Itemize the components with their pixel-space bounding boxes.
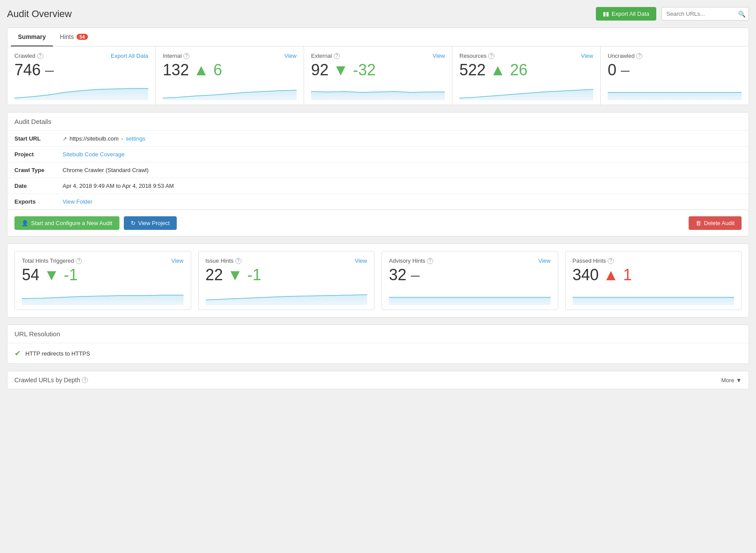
check-circle-icon: ✔ xyxy=(14,349,21,358)
url-resolution-item: ✔ HTTP redirects to HTTPS xyxy=(7,343,749,363)
tab-summary[interactable]: Summary xyxy=(11,28,53,46)
resources-delta: ▲ 26 xyxy=(490,61,528,79)
uncrawled-delta: – xyxy=(621,61,630,79)
date-row: Date Apr 4, 2018 9:49 AM to Apr 4, 2018 … xyxy=(7,178,749,194)
hints-stats-card: Total Hints Triggered ? View 54 ▼ -1 xyxy=(7,243,749,317)
tab-bar: Summary Hints 54 xyxy=(7,28,749,46)
url-resolution-card: URL Resolution ✔ HTTP redirects to HTTPS xyxy=(7,324,749,364)
hints-stats-row: Total Hints Triggered ? View 54 ▼ -1 xyxy=(7,244,749,317)
internal-view-link[interactable]: View xyxy=(284,53,297,59)
exports-row: Exports View Folder xyxy=(7,194,749,210)
chevron-down-icon: ▼ xyxy=(736,377,742,384)
export-icon: ▮▮ xyxy=(603,11,609,17)
delete-icon: 🗑 xyxy=(696,220,701,226)
stat-passed-hints: Passed Hints ? 340 ▲ 1 xyxy=(565,251,742,310)
header-actions: ▮▮ Export All Data 🔍 xyxy=(596,7,749,21)
passed-hints-delta: ▲ 1 xyxy=(603,266,632,284)
issue-hints-help-icon[interactable]: ? xyxy=(235,258,242,264)
crawled-by-depth-section: Crawled URLs by Depth ? More ▼ xyxy=(7,371,749,389)
total-hints-delta: ▼ -1 xyxy=(44,266,78,284)
advisory-hints-chart xyxy=(389,288,551,305)
advisory-hints-view-link[interactable]: View xyxy=(539,257,551,264)
external-help-icon[interactable]: ? xyxy=(334,53,340,59)
crawled-chart xyxy=(14,83,148,100)
total-hints-chart xyxy=(22,288,184,305)
start-url-row: Start URL ↗ https://sitebulb.com - setti… xyxy=(7,131,749,147)
internal-help-icon[interactable]: ? xyxy=(183,53,189,59)
stat-crawled: Crawled ? Export All Data 746 – xyxy=(7,46,156,105)
svg-marker-3 xyxy=(459,89,593,100)
view-folder-link[interactable]: View Folder xyxy=(63,198,92,205)
advisory-hints-help-icon[interactable]: ? xyxy=(427,258,433,264)
new-audit-icon: 👤 xyxy=(21,220,28,226)
issue-hints-delta: ▼ -1 xyxy=(228,266,262,284)
total-hints-view-link[interactable]: View xyxy=(172,257,184,264)
svg-marker-2 xyxy=(311,92,445,100)
external-chart xyxy=(311,83,445,100)
stats-row: Crawled ? Export All Data 746 – xyxy=(7,46,749,105)
stat-external: External ? View 92 ▼ -32 xyxy=(304,46,452,105)
page-title: Audit Overview xyxy=(7,8,72,20)
export-all-data-button[interactable]: ▮▮ Export All Data xyxy=(596,7,656,21)
search-input[interactable] xyxy=(662,7,749,21)
external-link-icon: ↗ xyxy=(63,136,67,142)
main-card: Summary Hints 54 Crawled ? Export All Da… xyxy=(7,28,749,105)
audit-details-title: Audit Details xyxy=(7,113,749,131)
url-resolution-title: URL Resolution xyxy=(7,325,749,343)
uncrawled-help-icon[interactable]: ? xyxy=(636,53,642,59)
svg-marker-5 xyxy=(22,295,184,305)
tab-hints[interactable]: Hints 54 xyxy=(53,28,95,46)
view-project-button[interactable]: ↻ View Project xyxy=(124,216,177,230)
hints-badge: 54 xyxy=(77,34,88,40)
resources-help-icon[interactable]: ? xyxy=(488,53,494,59)
stat-resources: Resources ? View 522 ▲ 26 xyxy=(452,46,601,105)
depth-help-icon[interactable]: ? xyxy=(82,377,88,383)
crawled-view-link[interactable]: Export All Data xyxy=(111,53,148,59)
internal-chart xyxy=(163,83,297,100)
passed-hints-chart xyxy=(573,288,735,305)
search-wrapper: 🔍 xyxy=(662,7,749,21)
crawled-delta: – xyxy=(45,61,54,79)
stat-total-hints: Total Hints Triggered ? View 54 ▼ -1 xyxy=(14,251,191,310)
new-audit-button[interactable]: 👤 Start and Configure a New Audit xyxy=(14,216,119,230)
svg-marker-0 xyxy=(14,88,148,100)
stat-internal: Internal ? View 132 ▲ 6 xyxy=(156,46,304,105)
svg-marker-4 xyxy=(608,92,742,100)
external-delta: ▼ -32 xyxy=(333,61,376,79)
resources-chart xyxy=(459,83,593,100)
crawled-help-icon[interactable]: ? xyxy=(37,53,43,59)
search-icon: 🔍 xyxy=(738,11,746,18)
svg-marker-8 xyxy=(573,297,735,305)
external-view-link[interactable]: View xyxy=(433,53,445,59)
passed-hints-help-icon[interactable]: ? xyxy=(608,258,614,264)
delete-audit-button[interactable]: 🗑 Delete Audit xyxy=(689,216,742,230)
depth-header: Crawled URLs by Depth ? More ▼ xyxy=(7,371,749,389)
total-hints-help-icon[interactable]: ? xyxy=(76,258,82,264)
uncrawled-chart xyxy=(608,83,742,100)
project-link[interactable]: Sitebulb Code Coverage xyxy=(63,151,125,158)
audit-details-card: Audit Details Start URL ↗ https://sitebu… xyxy=(7,112,749,236)
issue-hints-view-link[interactable]: View xyxy=(355,257,367,264)
action-row: 👤 Start and Configure a New Audit ↻ View… xyxy=(7,210,749,236)
action-left: 👤 Start and Configure a New Audit ↻ View… xyxy=(14,216,177,230)
issue-hints-chart xyxy=(206,288,368,305)
page-header: Audit Overview ▮▮ Export All Data 🔍 xyxy=(7,7,749,21)
stat-advisory-hints: Advisory Hints ? View 32 – xyxy=(382,251,558,310)
settings-link[interactable]: settings xyxy=(126,135,145,142)
resources-view-link[interactable]: View xyxy=(581,53,593,59)
advisory-hints-delta: – xyxy=(411,266,420,284)
stat-uncrawled: Uncrawled ? 0 – xyxy=(601,46,749,105)
project-row: Project Sitebulb Code Coverage xyxy=(7,147,749,162)
stat-issue-hints: Issue Hints ? View 22 ▼ -1 xyxy=(198,251,375,310)
svg-marker-7 xyxy=(389,297,551,305)
more-button[interactable]: More ▼ xyxy=(721,377,742,384)
svg-marker-1 xyxy=(163,90,297,100)
view-project-icon: ↻ xyxy=(131,220,136,226)
internal-delta: ▲ 6 xyxy=(193,61,222,79)
crawl-type-row: Crawl Type Chrome Crawler (Standard Craw… xyxy=(7,162,749,178)
